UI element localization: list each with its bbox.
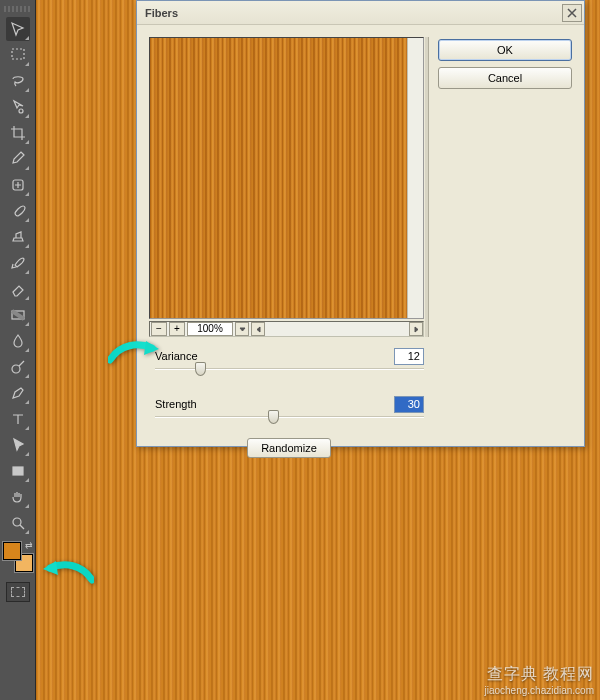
watermark: 查字典 教程网 jiaocheng.chazidian.com [484,664,594,696]
preview-image [150,38,407,318]
tool-clone-stamp[interactable] [6,225,30,249]
strength-slider-thumb[interactable] [268,410,279,424]
tool-move[interactable] [6,17,30,41]
variance-input[interactable]: 12 [394,348,424,365]
tools-panel: ⇄ [0,0,36,700]
tool-quick-select[interactable] [6,95,30,119]
tool-eraser[interactable] [6,277,30,301]
dialog-titlebar[interactable]: Fibers [137,1,584,25]
svg-point-6 [13,518,21,526]
hidden-panel-edge [425,37,429,337]
dialog-title: Fibers [145,7,562,19]
zoom-out-button[interactable]: − [151,322,167,336]
svg-rect-0 [12,49,24,59]
strength-input[interactable]: 30 [394,396,424,413]
variance-slider-thumb[interactable] [195,362,206,376]
tool-path-select[interactable] [6,433,30,457]
panel-grip[interactable] [4,6,32,12]
close-icon [567,8,577,18]
zoom-in-button[interactable]: + [169,322,185,336]
zoom-percent[interactable]: 100% [187,322,233,336]
swap-colors-icon[interactable]: ⇄ [25,540,33,550]
randomize-button[interactable]: Randomize [247,438,331,458]
watermark-line2: jiaocheng.chazidian.com [484,685,594,696]
filter-preview[interactable] [149,37,424,319]
variance-row: Variance 12 [155,350,424,362]
tool-history-brush[interactable] [6,251,30,275]
preview-scrollbar-vertical[interactable] [407,38,423,318]
ok-button[interactable]: OK [438,39,572,61]
tool-crop[interactable] [6,121,30,145]
tool-pen[interactable] [6,381,30,405]
tool-dodge[interactable] [6,355,30,379]
cancel-button[interactable]: Cancel [438,67,572,89]
zoom-dropdown-icon[interactable] [235,322,249,336]
strength-label: Strength [155,398,197,410]
color-swatches[interactable]: ⇄ [3,542,33,572]
variance-label: Variance [155,350,198,362]
watermark-line1: 查字典 教程网 [484,664,594,685]
fibers-dialog: Fibers − + 100% OK Cancel Variance 12 [136,0,585,447]
zoom-controls: − + 100% [151,321,265,337]
tool-brush[interactable] [6,199,30,223]
tool-lasso[interactable] [6,69,30,93]
svg-rect-5 [13,467,23,475]
foreground-color-swatch[interactable] [3,542,21,560]
scroll-right-icon[interactable] [409,322,423,336]
scroll-left-icon[interactable] [251,322,265,336]
svg-point-1 [19,109,23,113]
tool-type[interactable] [6,407,30,431]
tool-zoom[interactable] [6,511,30,535]
tool-eyedropper[interactable] [6,147,30,171]
tool-hand[interactable] [6,485,30,509]
strength-row: Strength 30 [155,398,424,410]
svg-point-4 [12,365,20,373]
close-button[interactable] [562,4,582,22]
tool-blur[interactable] [6,329,30,353]
strength-slider-track[interactable] [155,416,424,418]
tool-rectangle[interactable] [6,459,30,483]
tool-gradient[interactable] [6,303,30,327]
tool-healing-brush[interactable] [6,173,30,197]
tool-rect-marquee[interactable] [6,43,30,67]
quick-mask-toggle[interactable] [6,582,30,602]
